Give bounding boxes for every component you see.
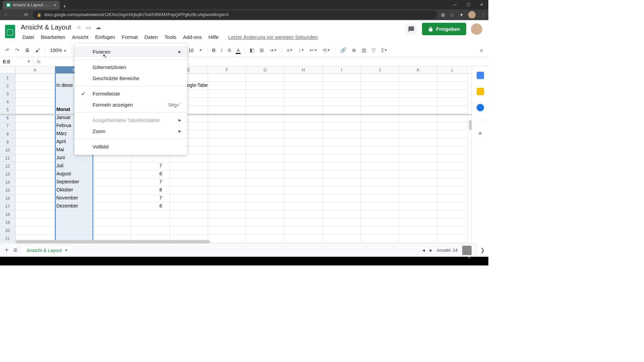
col-header-A[interactable]: A [15,66,55,73]
cell[interactable] [15,138,55,146]
nav-forward-button[interactable]: → [13,12,19,17]
row-header-17[interactable]: 17 [0,202,15,210]
cell[interactable] [323,202,361,210]
cell[interactable] [170,186,208,194]
cell[interactable] [323,98,361,106]
rotate-button[interactable]: ⟲ ▼ [321,46,332,55]
calendar-icon[interactable] [477,72,484,79]
col-header-F[interactable]: F [208,66,246,73]
col-header-J[interactable]: J [361,66,399,73]
cell[interactable] [15,219,55,227]
cell[interactable] [323,82,361,90]
cell[interactable] [246,106,284,114]
menu-item-formelleiste[interactable]: ✓ Formelleiste [74,88,187,99]
cell[interactable] [208,114,246,122]
cell[interactable] [55,219,93,227]
cell[interactable] [361,235,399,243]
cell[interactable] [323,114,361,122]
cell[interactable] [361,154,399,162]
cell[interactable] [93,202,131,210]
cell[interactable] [246,82,284,90]
fill-color-button[interactable]: ◧ [248,46,256,55]
row-header-13[interactable]: 13 [0,170,15,178]
cell[interactable] [246,210,284,219]
cell[interactable]: August [55,170,93,178]
cell[interactable] [284,138,323,146]
cell[interactable] [361,146,399,154]
cell[interactable] [170,154,208,162]
cell[interactable] [208,194,246,202]
row-header-11[interactable]: 11 [0,154,15,162]
cell[interactable] [93,154,131,162]
cell[interactable] [284,154,323,162]
bookmark-icon[interactable]: ☆ [450,12,454,18]
cell[interactable]: 7 [131,162,170,170]
cell[interactable] [399,162,437,170]
cell[interactable] [246,194,284,202]
nav-reload-button[interactable]: ⟳ [23,12,30,17]
cell[interactable] [93,194,131,202]
cell[interactable] [437,210,468,219]
cell[interactable] [361,106,399,114]
row-header-15[interactable]: 15 [0,186,15,194]
cell[interactable] [323,154,361,162]
nav-back-button[interactable]: ← [3,12,9,17]
cell[interactable] [437,227,468,235]
cell[interactable] [437,235,468,243]
row-header-12[interactable]: 12 [0,162,15,170]
cell[interactable] [15,90,55,98]
cell[interactable] [399,194,437,202]
cell[interactable] [208,202,246,210]
row-header-14[interactable]: 14 [0,178,15,186]
font-size-dropdown[interactable]: 10 [186,48,196,53]
browser-profile-avatar[interactable] [468,11,476,18]
cell[interactable] [246,90,284,98]
cell[interactable] [437,98,468,106]
cell[interactable] [437,154,468,162]
tab-close-icon[interactable]: × [54,2,56,8]
cell[interactable] [246,170,284,178]
row-header-5[interactable]: 5 [0,106,15,114]
cell[interactable] [170,227,208,235]
cell[interactable] [246,219,284,227]
cell[interactable] [361,130,399,138]
cell[interactable] [208,235,246,243]
paint-format-button[interactable]: 🖌 [33,46,42,54]
keep-icon[interactable] [477,88,484,95]
cell[interactable] [15,98,55,106]
cell[interactable] [284,210,323,219]
cell[interactable] [15,154,55,162]
cell[interactable] [246,227,284,235]
side-panel-toggle[interactable]: ❯ [476,243,488,257]
cell[interactable] [246,154,284,162]
cell[interactable] [437,130,468,138]
cell[interactable] [284,74,323,82]
tasks-icon[interactable] [477,104,484,111]
horizontal-scrollbar[interactable] [15,240,210,243]
cell[interactable] [246,138,284,146]
cell[interactable]: 7 [131,178,170,186]
cell[interactable] [208,138,246,146]
h-align-button[interactable]: ≡ ▼ [285,46,295,54]
new-tab-button[interactable]: + [60,3,69,9]
cell[interactable] [93,227,131,235]
cell[interactable] [323,170,361,178]
cell[interactable] [246,186,284,194]
window-close-button[interactable]: ✕ [475,0,488,9]
cell[interactable] [246,146,284,154]
row-header-3[interactable]: 3 [0,90,15,98]
cell[interactable] [208,146,246,154]
cell[interactable] [437,106,468,114]
cell[interactable]: Dezember [55,202,93,210]
menu-view[interactable]: Ansicht [69,33,92,42]
col-header-G[interactable]: G [246,66,284,73]
print-button[interactable]: 🖶 [23,46,32,54]
menu-item-vollbild[interactable]: Vollbild [74,141,187,152]
cell[interactable] [93,210,131,219]
cell[interactable]: Juli [55,162,93,170]
row-header-4[interactable]: 4 [0,98,15,106]
cell[interactable] [437,138,468,146]
cell[interactable] [399,154,437,162]
cell[interactable] [170,170,208,178]
row-header-18[interactable]: 18 [0,210,15,219]
